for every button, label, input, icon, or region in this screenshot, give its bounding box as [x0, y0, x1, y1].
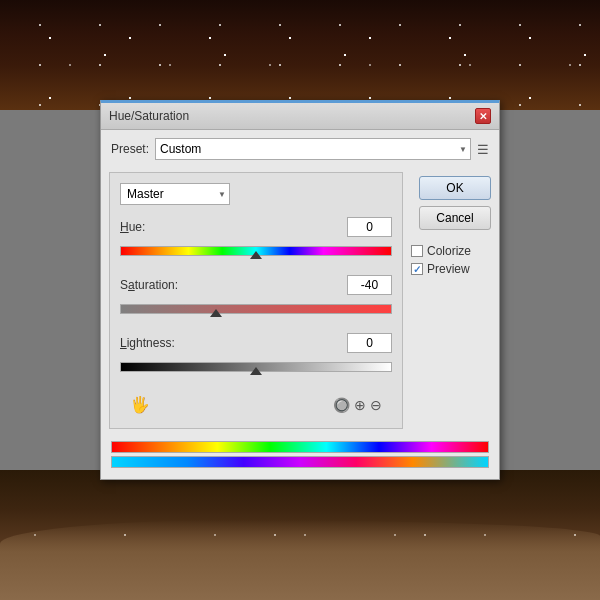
channel-select[interactable]: Master — [120, 183, 230, 205]
channel-select-wrapper: Master — [120, 183, 230, 205]
eyedropper-plus-icon[interactable]: ⊕ — [354, 397, 366, 413]
saturation-track[interactable] — [120, 304, 392, 314]
lightness-track-container — [120, 357, 392, 377]
saturation-value-input[interactable] — [347, 275, 392, 295]
lightness-label: Lightness: — [120, 336, 175, 350]
dialog-title: Hue/Saturation — [109, 109, 189, 123]
rainbow-bar — [111, 441, 489, 453]
channel-row: Master — [120, 183, 392, 205]
saturation-thumb[interactable] — [210, 309, 222, 317]
preview-row: Preview — [411, 262, 491, 276]
hue-label: Hue: — [120, 220, 145, 234]
hue-slider-row: Hue: — [120, 217, 392, 261]
hue-saturation-dialog: Hue/Saturation ✕ Preset: Custom ☰ Ma — [100, 100, 500, 480]
eyedropper-icon[interactable]: 🔘 — [333, 397, 350, 413]
side-panel: OK Cancel Colorize Preview — [411, 172, 491, 429]
result-bar — [111, 456, 489, 468]
ok-button[interactable]: OK — [419, 176, 491, 200]
saturation-underline: a — [128, 278, 135, 292]
preset-label: Preset: — [111, 142, 149, 156]
hue-thumb[interactable] — [250, 251, 262, 259]
dialog-titlebar: Hue/Saturation ✕ — [101, 102, 499, 130]
saturation-label-row: Saturation: — [120, 275, 392, 295]
preview-label: Preview — [427, 262, 470, 276]
colorize-row: Colorize — [411, 244, 491, 258]
lightness-track[interactable] — [120, 362, 392, 372]
background-bottom — [0, 470, 600, 600]
lightness-thumb[interactable] — [250, 367, 262, 375]
lightness-slider-row: Lightness: — [120, 333, 392, 377]
lightness-label-row: Lightness: — [120, 333, 392, 353]
close-button[interactable]: ✕ — [475, 108, 491, 124]
lightness-value-input[interactable] — [347, 333, 392, 353]
colorize-label: Colorize — [427, 244, 471, 258]
cancel-button[interactable]: Cancel — [419, 206, 491, 230]
hand-tool-icon[interactable]: 🖐 — [130, 395, 150, 414]
side-options: Colorize Preview — [411, 244, 491, 276]
eyedropper-minus-icon[interactable]: ⊖ — [370, 397, 382, 413]
bottom-toolbar: 🖐 🔘 ⊕ ⊖ — [120, 391, 392, 418]
dialog-body: Master Hue: — [101, 164, 499, 437]
colorize-checkbox[interactable] — [411, 245, 423, 257]
lightness-underline: L — [120, 336, 127, 350]
color-bar-section — [101, 437, 499, 479]
hue-track-container — [120, 241, 392, 261]
preset-dropdown-wrapper: Custom — [155, 138, 471, 160]
preview-checkbox[interactable] — [411, 263, 423, 275]
side-buttons: OK Cancel — [411, 176, 491, 230]
saturation-track-container — [120, 299, 392, 319]
main-panel: Master Hue: — [109, 172, 403, 429]
saturation-label: Saturation: — [120, 278, 178, 292]
background-top — [0, 0, 600, 110]
hue-label-row: Hue: — [120, 217, 392, 237]
preset-select[interactable]: Custom — [155, 138, 471, 160]
preset-menu-icon[interactable]: ☰ — [477, 142, 489, 157]
hue-track[interactable] — [120, 246, 392, 256]
hue-value-input[interactable] — [347, 217, 392, 237]
dialog-wrapper: Hue/Saturation ✕ Preset: Custom ☰ Ma — [100, 100, 500, 480]
eyedropper-group: 🔘 ⊕ ⊖ — [333, 397, 382, 413]
saturation-slider-row: Saturation: — [120, 275, 392, 319]
